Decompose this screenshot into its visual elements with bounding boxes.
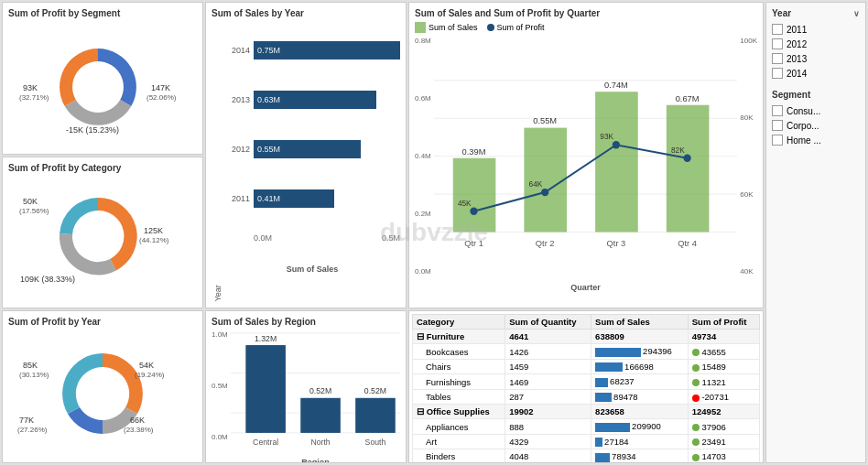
cell-tables-profit: -20731 — [688, 389, 759, 404]
sales-year-bars-container: 2014 0.75M 2013 0.63M 2012 0.55M — [224, 22, 400, 301]
cell-art-profit: 23491 — [688, 434, 759, 449]
filter-segment-title: Segment — [772, 90, 860, 100]
quarter-y-left: 0.8M 0.6M 0.4M 0.2M 0.0M — [415, 37, 434, 292]
filter-seg-consumer[interactable]: Consu... — [772, 103, 860, 118]
checkbox-2013[interactable] — [772, 53, 783, 64]
cell-art-qty: 4329 — [505, 434, 591, 449]
bar-2014: 0.75M — [254, 41, 400, 59]
col-sales: Sum of Sales — [591, 315, 689, 330]
cell-binders-sales: 78934 — [591, 449, 689, 463]
row-art: Art 4329 27184 23491 — [413, 434, 760, 449]
cell-furnishings-profit: 11321 — [688, 374, 759, 389]
filter-seg-corporate[interactable]: Corpo... — [772, 118, 860, 133]
panel-profit-year-title: Sum of Profit by Year — [8, 317, 197, 327]
col-profit: Sum of Profit — [688, 315, 759, 330]
checkbox-2011[interactable] — [772, 24, 783, 35]
panel-sales-region: Sum of Sales by Region 1.0M 0.5M 0.0M 1.… — [205, 310, 407, 463]
bar-row-2011: 2011 0.41M — [224, 185, 400, 212]
year-dropdown-icon[interactable]: ∨ — [853, 9, 860, 18]
bar-value-2012: 0.55M — [254, 145, 280, 154]
filter-seg-home[interactable]: Home ... — [772, 133, 860, 147]
bar-row-2012: 2012 0.55M — [224, 135, 400, 163]
x-label-0: 0.0M — [254, 233, 272, 243]
checkbox-home[interactable] — [772, 135, 783, 146]
dashboard: dubvzzle Sum of Profit by Segment 93K (3… — [0, 0, 868, 465]
bar-label-qtr3: 0.74M — [604, 81, 628, 90]
bar-south-label: 0.52M — [364, 387, 386, 396]
region-x-south: South — [364, 438, 385, 447]
profit-dot-qtr1 — [470, 208, 477, 215]
sales-year-y-axis-label: Year — [212, 22, 224, 301]
panel-table: Category Sum of Quantity Sum of Sales Su… — [408, 310, 764, 463]
checkbox-consumer[interactable] — [772, 105, 783, 116]
legend-profit-color — [487, 24, 494, 31]
seg-label-2: 147K — [151, 83, 170, 92]
cell-furnishings-sales: 68237 — [591, 374, 689, 389]
checkbox-corporate[interactable] — [772, 120, 783, 131]
cell-bookcases-profit: 43655 — [688, 344, 759, 359]
cell-binders-profit: 14703 — [688, 449, 759, 463]
row-binders: Binders 4048 78934 14703 — [413, 449, 760, 463]
panel-quarter-title: Sum of Sales and Sum of Profit by Quarte… — [415, 8, 757, 18]
year-2012-label: 2012 — [787, 39, 807, 49]
year-label-2: 54K — [139, 361, 154, 370]
cell-appliances-qty: 888 — [505, 419, 591, 434]
row-bookcases: Bookcases 1426 294396 43655 — [413, 344, 760, 359]
year-sublabel-3: (23.38%) — [124, 426, 154, 434]
filter-year-2012[interactable]: 2012 — [772, 37, 860, 51]
row-tables: Tables 287 89478 -20731 — [413, 389, 760, 404]
region-x-axis-title: Region — [231, 458, 400, 463]
bar-central — [245, 345, 286, 433]
bar-2011: 0.41M — [254, 189, 334, 208]
bar-label-2012: 2012 — [224, 145, 250, 154]
legend-profit-label: Sum of Profit — [497, 23, 545, 32]
cell-tables-sales: 89478 — [591, 389, 689, 404]
col-quantity: Sum of Quantity — [505, 315, 591, 330]
x-label-qtr4: Qtr 4 — [678, 239, 697, 248]
bar-value-2013: 0.63M — [254, 95, 280, 104]
cell-chairs-profit: 15489 — [688, 359, 759, 373]
profit-label-qtr4: 82K — [671, 146, 685, 155]
cell-appliances-name: Appliances — [413, 419, 505, 434]
profit-dot-qtr4 — [683, 155, 690, 162]
bar-central-label: 1.32M — [255, 334, 277, 343]
checkbox-2012[interactable] — [772, 38, 783, 49]
donut-year-container: 54K (19.24%) 85K (30.13%) 77K (27.26%) 6… — [8, 330, 197, 456]
bar-qtr3 — [595, 92, 638, 232]
sales-data-table: Category Sum of Quantity Sum of Sales Su… — [412, 314, 760, 463]
cat-sublabel-1: (17.56%) — [19, 207, 49, 215]
panel-filters: Year ∨ 2011 2012 2013 2014 Segment — [765, 2, 866, 463]
sales-year-x-axis-title: Sum of Sales — [224, 265, 400, 274]
legend-sales: Sum of Sales — [415, 22, 478, 33]
cell-art-sales: 27184 — [591, 434, 689, 449]
cat-label-2: 125K — [144, 226, 163, 235]
donut-segment-container: 93K (32.71%) 147K (52.06%) -15K (15.23%) — [8, 22, 197, 147]
profit-label-qtr1: 45K — [458, 200, 472, 208]
donut-category-container: 125K (44.12%) 50K (17.56%) 109K (38.33%) — [8, 177, 197, 302]
region-y-axis: 1.0M 0.5M 0.0M — [212, 330, 231, 456]
seg-consumer-label: Consu... — [787, 106, 820, 116]
cell-bookcases-qty: 1426 — [505, 344, 591, 359]
checkbox-2014[interactable] — [772, 68, 783, 79]
bar-label-2011: 2011 — [224, 194, 250, 203]
bar-2012: 0.55M — [254, 140, 361, 158]
row-chairs: Chairs 1459 166698 15489 — [413, 359, 760, 373]
filter-year-2014[interactable]: 2014 — [772, 66, 860, 81]
year-2014-label: 2014 — [787, 69, 807, 79]
filter-year-2011[interactable]: 2011 — [772, 22, 860, 37]
bar-north-label: 0.52M — [309, 387, 331, 396]
year-2013-label: 2013 — [787, 54, 807, 64]
x-label-qtr3: Qtr 3 — [606, 239, 625, 248]
seg-corporate-label: Corpo... — [787, 121, 819, 131]
row-furniture: ⊟ Furniture 4641 638809 49734 — [413, 330, 760, 344]
bar-north — [300, 398, 341, 433]
year-sublabel-2: (19.24%) — [135, 371, 165, 379]
seg-sublabel-1: (32.71%) — [19, 93, 49, 102]
profit-label-qtr3: 93K — [600, 133, 613, 141]
cell-office-supplies-profit: 124952 — [688, 405, 759, 419]
year-label-4: 77K — [19, 416, 34, 425]
filter-segment-section: Segment Consu... Corpo... Home ... — [772, 90, 860, 147]
seg-label-1: 93K — [23, 83, 38, 92]
cell-chairs-sales: 166698 — [591, 359, 689, 373]
filter-year-2013[interactable]: 2013 — [772, 51, 860, 66]
